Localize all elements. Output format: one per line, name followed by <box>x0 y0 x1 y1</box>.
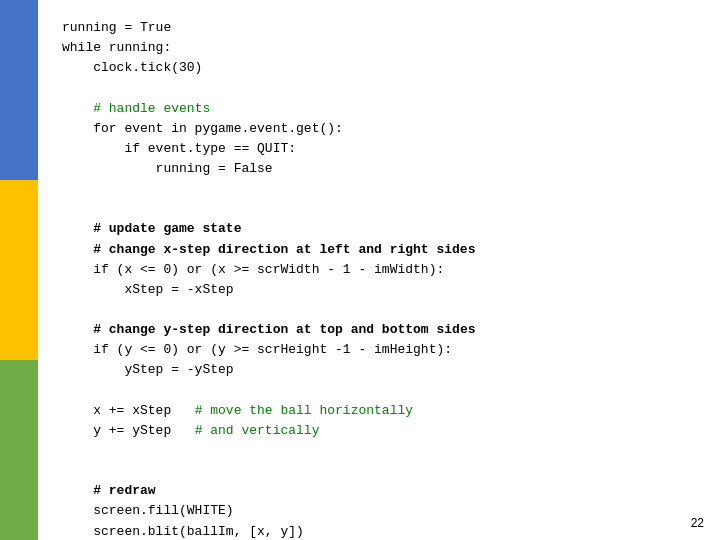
code-block: running = True while running: clock.tick… <box>62 18 690 540</box>
code-comment-update: # update game state # change x-step dire… <box>62 221 475 256</box>
code-comment-vert: # and vertically <box>195 423 320 438</box>
code-comment-horiz: # move the ball horizontally <box>195 403 413 418</box>
code-line-y: y += yStep <box>62 423 195 438</box>
page-number: 22 <box>691 516 704 530</box>
sidebar-yellow <box>0 180 38 360</box>
code-line-for: for event in pygame.event.get(): if even… <box>62 121 343 237</box>
code-comment-redraw: # redraw <box>93 483 155 498</box>
main-content: running = True while running: clock.tick… <box>38 0 720 540</box>
code-line-space <box>62 483 93 498</box>
code-comment-ystep: # change y-step direction at top and bot… <box>93 322 475 337</box>
sidebar-blue <box>0 0 38 180</box>
code-line-screen: screen.fill(WHITE) screen.blit(ballIm, [… <box>62 503 304 540</box>
code-comment-handle: # handle events <box>93 101 210 116</box>
sidebar <box>0 0 38 540</box>
sidebar-green <box>0 360 38 540</box>
